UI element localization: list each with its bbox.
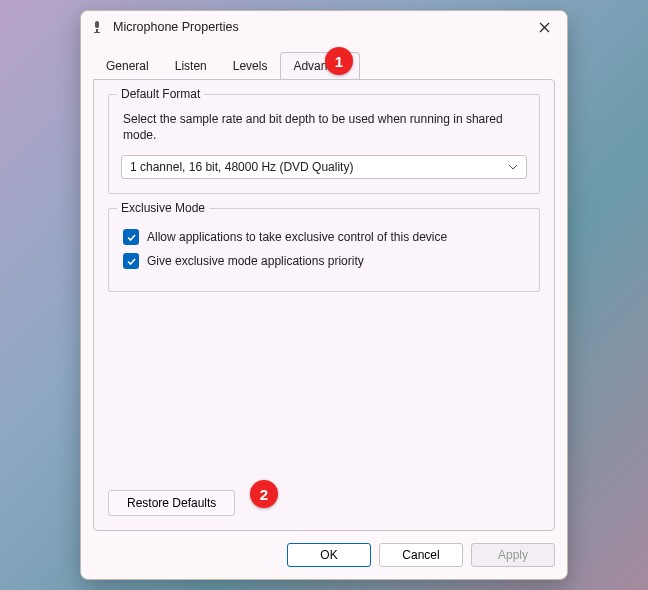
apply-button: Apply	[471, 543, 555, 567]
allow-exclusive-control-label: Allow applications to take exclusive con…	[147, 230, 447, 244]
titlebar: Microphone Properties	[81, 11, 567, 43]
close-icon	[539, 22, 550, 33]
cancel-button[interactable]: Cancel	[379, 543, 463, 567]
default-format-legend: Default Format	[117, 87, 204, 101]
tab-levels[interactable]: Levels	[220, 52, 281, 80]
exclusive-mode-legend: Exclusive Mode	[117, 201, 209, 215]
ok-button[interactable]: OK	[287, 543, 371, 567]
annotation-badge-2: 2	[250, 480, 278, 508]
tab-general[interactable]: General	[93, 52, 162, 80]
annotation-badge-1: 1	[325, 47, 353, 75]
exclusive-priority-label: Give exclusive mode applications priorit…	[147, 254, 364, 268]
svg-rect-1	[96, 29, 98, 32]
svg-rect-2	[94, 32, 100, 33]
allow-exclusive-control-checkbox[interactable]: Allow applications to take exclusive con…	[123, 229, 525, 245]
svg-rect-0	[95, 21, 99, 28]
tab-bar: General Listen Levels Advanced 1	[93, 51, 555, 79]
microphone-properties-dialog: Microphone Properties General Listen Lev…	[80, 10, 568, 580]
sample-rate-select[interactable]: 1 channel, 16 bit, 48000 Hz (DVD Quality…	[121, 155, 527, 179]
dialog-footer: OK Cancel Apply	[81, 531, 567, 579]
exclusive-priority-checkbox[interactable]: Give exclusive mode applications priorit…	[123, 253, 525, 269]
default-format-description: Select the sample rate and bit depth to …	[123, 111, 525, 143]
exclusive-mode-group: Exclusive Mode Allow applications to tak…	[108, 208, 540, 292]
default-format-group: Default Format Select the sample rate an…	[108, 94, 540, 194]
chevron-down-icon	[508, 162, 518, 172]
close-button[interactable]	[529, 15, 559, 39]
dialog-title: Microphone Properties	[113, 20, 529, 34]
checkbox-checked-icon	[123, 253, 139, 269]
tab-listen[interactable]: Listen	[162, 52, 220, 80]
restore-defaults-button[interactable]: Restore Defaults	[108, 490, 235, 516]
checkbox-checked-icon	[123, 229, 139, 245]
tab-panel-advanced: Default Format Select the sample rate an…	[93, 79, 555, 531]
sample-rate-selected-value: 1 channel, 16 bit, 48000 Hz (DVD Quality…	[130, 160, 353, 174]
microphone-icon	[89, 19, 105, 35]
